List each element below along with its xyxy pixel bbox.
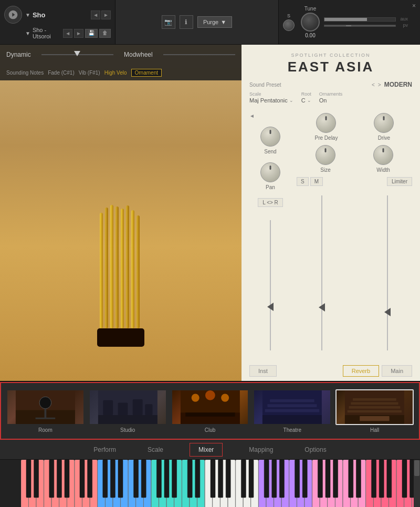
dual-faders [297,190,412,356]
svg-rect-27 [262,415,322,424]
svg-rect-112 [264,460,269,498]
svg-point-23 [205,390,215,400]
info-btn[interactable]: ℹ [180,15,193,29]
camera-btn[interactable]: 📷 [162,15,175,29]
prev-preset[interactable]: ◄ [63,29,72,38]
scale-row: Scale Maj Pentatonic ⌄ Root C ⌄ Ornament… [242,90,420,108]
instrument-background: Dynamic Modwheel Sounding Notes Fade (C#… [0,45,242,381]
svg-rect-111 [249,460,254,498]
pan-label: Pan [266,184,275,190]
venue-club[interactable]: Club [171,389,249,433]
venue-room-thumb [6,389,85,425]
modwheel-slider[interactable] [163,54,235,55]
scale-dropdown[interactable]: Maj Pentatonic ⌄ [249,97,293,104]
send-label: Send [264,149,276,154]
reverb-fader-track[interactable] [321,195,322,350]
venue-room-label: Room [38,427,52,433]
spotlight-sub: SPOTLIGHT COLLECTION [247,53,415,58]
tune-label: Tune [304,6,316,12]
svg-rect-16 [118,402,128,415]
dynamic-label: Dynamic [6,51,31,58]
pre-delay-knob-group: Pre Delay [315,113,338,141]
purge-btn[interactable]: Purge ▼ [197,16,232,28]
logo [4,6,22,24]
instrument-title: Sho [33,11,46,19]
preset-dropdown-arrow[interactable]: ▼ [25,30,30,36]
pre-delay-knob[interactable] [316,113,336,133]
reverb-button[interactable]: Reverb [343,365,379,377]
tab-perform[interactable]: Perform [88,443,121,457]
s-button[interactable]: S [297,177,309,186]
key-labels: +2 – [0,460,21,507]
delete-preset-btn[interactable]: 🗑 [99,29,111,38]
scale-value: Maj Pentatonic [249,97,288,104]
venue-hall[interactable]: Hall [335,389,414,433]
instrument-nav: ◄ ► [91,11,111,19]
piano-svg-wrapper: .wk { stroke: #888; stroke-width: 0.5; r… [21,460,420,507]
svg-rect-30 [270,399,314,402]
next-instrument[interactable]: ► [101,11,111,19]
root-group: Root C ⌄ [301,91,311,104]
width-knob[interactable] [373,145,393,165]
next-preset[interactable]: ► [74,29,83,38]
dropdown-arrow[interactable]: ▼ [25,12,30,18]
lr-bar[interactable]: L <> R [258,198,283,207]
prev-preset-btn[interactable]: < [372,82,375,88]
limiter-button[interactable]: Limiter [387,177,412,186]
venue-room-bg [7,390,83,424]
svg-point-24 [221,394,229,401]
drive-fader [362,190,412,356]
tune-knob[interactable] [301,13,320,32]
next-preset-btn[interactable]: > [378,82,381,88]
tab-options[interactable]: Options [299,443,331,457]
tune-value: 0.00 [305,33,315,38]
venue-theatre[interactable]: Theatre [253,389,331,433]
svg-rect-109 [226,460,230,498]
svg-rect-25 [185,412,235,417]
svg-rect-37 [360,416,389,420]
tab-mapping[interactable]: Mapping [244,443,278,457]
send-knob[interactable] [260,127,280,147]
fade-note: Fade (C#1) [48,70,75,76]
venue-hall-label: Hall [370,427,379,433]
venue-room[interactable]: Room [6,389,85,433]
root-dropdown[interactable]: C ⌄ [301,97,311,104]
close-btn[interactable]: × [412,2,416,9]
dynamic-slider[interactable] [41,54,113,55]
inst-button[interactable]: Inst [249,365,277,377]
s-knob[interactable] [283,19,295,31]
size-knob[interactable] [316,145,335,165]
smb-area: S M Limiter [297,177,412,186]
fader-top[interactable] [324,17,396,22]
svg-rect-118 [326,460,330,498]
svg-rect-102 [156,460,161,498]
svg-rect-110 [241,460,246,498]
main-button[interactable]: Main [382,365,412,377]
smb-bar: S M [297,177,323,186]
svg-rect-125 [402,460,407,498]
svg-rect-12 [45,408,47,418]
pan-knob-group: Pan [260,162,280,190]
ornament-badge[interactable]: Ornament [131,69,162,77]
tab-mixer[interactable]: Mixer [190,443,223,457]
venue-studio[interactable]: Studio [89,389,167,433]
pan-knob[interactable] [260,162,280,182]
save-preset-btn[interactable]: 💾 [85,29,98,38]
top-bar: ▼ Sho ◄ ► ▼ Sho - Utsoroi ◄ ► 💾 🗑 📷 ℹ [0,0,420,45]
svg-rect-90 [26,460,31,498]
tab-scale[interactable]: Scale [142,443,169,457]
fader-inst-track[interactable] [270,220,271,350]
svg-rect-114 [279,460,284,498]
drive-fader-track[interactable] [387,195,388,350]
scale-group: Scale Maj Pentatonic ⌄ [249,91,293,104]
scroll-bar[interactable] [414,460,420,507]
instrument-name-col: ▼ Sho ◄ ► [25,11,111,19]
svg-rect-4 [121,209,124,328]
prev-instrument[interactable]: ◄ [91,11,100,19]
m-button[interactable]: M [310,177,323,186]
venue-theatre-thumb [253,389,331,425]
svg-rect-35 [351,402,398,405]
drive-knob-group: Drive [374,113,394,141]
svg-rect-104 [172,460,177,498]
drive-knob[interactable] [374,113,394,133]
